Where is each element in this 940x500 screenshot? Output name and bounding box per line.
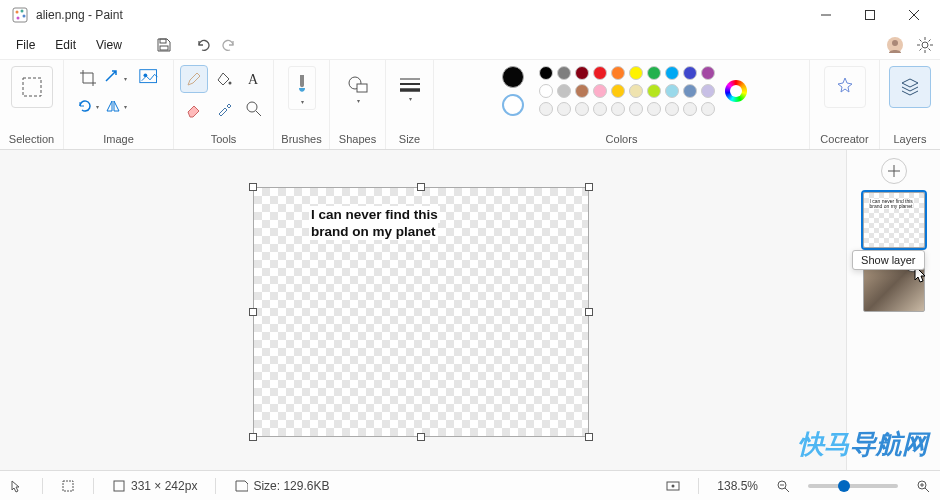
zoom-in-button[interactable] [916,479,930,493]
resize-handle[interactable] [585,183,593,191]
color-swatch[interactable] [557,84,571,98]
canvas[interactable]: I can never find this brand on my planet [253,187,589,437]
resize-handle[interactable] [249,308,257,316]
menu-edit[interactable]: Edit [45,34,86,56]
color-swatch[interactable] [593,102,607,116]
fit-to-screen-button[interactable] [666,479,680,493]
ribbon-label-size: Size [399,133,420,145]
size-dropdown[interactable]: ▾ [393,66,427,110]
eyedropper-tool[interactable] [211,96,237,122]
resize-handle[interactable] [417,433,425,441]
color-swatch[interactable] [593,66,607,80]
selection-tool[interactable] [11,66,53,108]
color-swatch[interactable] [701,84,715,98]
redo-button[interactable] [216,31,244,59]
pencil-tool[interactable] [181,66,207,92]
svg-rect-6 [866,11,875,20]
svg-point-1 [16,11,19,14]
magnifier-tool[interactable] [241,96,267,122]
fill-tool[interactable] [211,66,237,92]
menu-view[interactable]: View [86,34,132,56]
layer-thumb-1[interactable]: I can never find thisbrand on my planet [863,192,925,248]
background-color[interactable] [502,94,524,116]
minimize-button[interactable] [804,0,848,30]
color-swatch[interactable] [629,84,643,98]
resize-handle[interactable] [249,433,257,441]
color-swatch[interactable] [575,102,589,116]
brushes-dropdown[interactable]: ▾ [288,66,316,110]
resize-tool[interactable]: ▾ [104,66,128,90]
color-swatch[interactable] [539,102,553,116]
color-swatch[interactable] [611,66,625,80]
save-button[interactable] [150,31,178,59]
canvas-area[interactable]: I can never find this brand on my planet [0,150,846,470]
undo-button[interactable] [188,31,216,59]
color-swatch[interactable] [665,102,679,116]
color-swatch[interactable] [539,84,553,98]
color-swatch[interactable] [683,102,697,116]
svg-rect-22 [357,84,367,92]
resize-handle[interactable] [417,183,425,191]
color-swatch[interactable] [557,66,571,80]
svg-line-35 [785,488,789,492]
color-swatch[interactable] [683,84,697,98]
rotate-tool[interactable]: ▾ [76,94,100,118]
resize-handle[interactable] [249,183,257,191]
svg-line-39 [925,488,929,492]
svg-point-17 [228,82,231,85]
paste-image-tool[interactable] [138,66,162,90]
cursor-pos-indicator [10,479,24,493]
watermark: 快马导航网 [798,427,928,462]
window-title: alien.png - Paint [36,8,123,22]
maximize-button[interactable] [848,0,892,30]
flip-tool[interactable]: ▾ [104,94,128,118]
cocreator-button[interactable] [824,66,866,108]
foreground-color[interactable] [502,66,524,88]
add-layer-button[interactable] [881,158,907,184]
shapes-dropdown[interactable]: ▾ [341,66,375,110]
canvas-dimensions: 331 × 242px [112,479,197,493]
layers-toggle-button[interactable] [889,66,931,108]
selection-size-indicator [61,479,75,493]
zoom-out-button[interactable] [776,479,790,493]
color-swatch[interactable] [701,66,715,80]
color-swatch[interactable] [611,84,625,98]
svg-rect-29 [63,481,73,491]
color-swatch[interactable] [647,84,661,98]
fg-bg-colors[interactable] [497,66,529,116]
svg-rect-9 [160,39,166,43]
canvas-text: I can never find this brand on my planet [309,206,440,240]
file-size: Size: 129.6KB [234,479,329,493]
color-swatch[interactable] [539,66,553,80]
color-swatch[interactable] [629,102,643,116]
ribbon-label-tools: Tools [211,133,237,145]
layers-panel: I can never find thisbrand on my planet … [846,150,940,470]
color-swatch[interactable] [683,66,697,80]
text-tool[interactable]: A [241,66,267,92]
color-swatch[interactable] [665,66,679,80]
edit-colors-button[interactable] [725,80,747,102]
user-avatar-icon[interactable] [886,36,904,54]
close-button[interactable] [892,0,936,30]
resize-handle[interactable] [585,433,593,441]
color-swatch[interactable] [647,102,661,116]
resize-handle[interactable] [585,308,593,316]
color-swatch[interactable] [629,66,643,80]
menu-file[interactable]: File [6,34,45,56]
ribbon-label-shapes: Shapes [339,133,376,145]
paint-app-icon [12,7,28,23]
color-swatch[interactable] [575,84,589,98]
color-swatch[interactable] [557,102,571,116]
color-swatch[interactable] [665,84,679,98]
color-swatch[interactable] [647,66,661,80]
color-swatch[interactable] [611,102,625,116]
color-palette [539,66,715,116]
settings-icon[interactable] [916,36,934,54]
ribbon-label-selection: Selection [9,133,54,145]
eraser-tool[interactable] [181,96,207,122]
crop-tool[interactable] [76,66,100,90]
color-swatch[interactable] [575,66,589,80]
zoom-slider[interactable] [808,484,898,488]
color-swatch[interactable] [701,102,715,116]
color-swatch[interactable] [593,84,607,98]
